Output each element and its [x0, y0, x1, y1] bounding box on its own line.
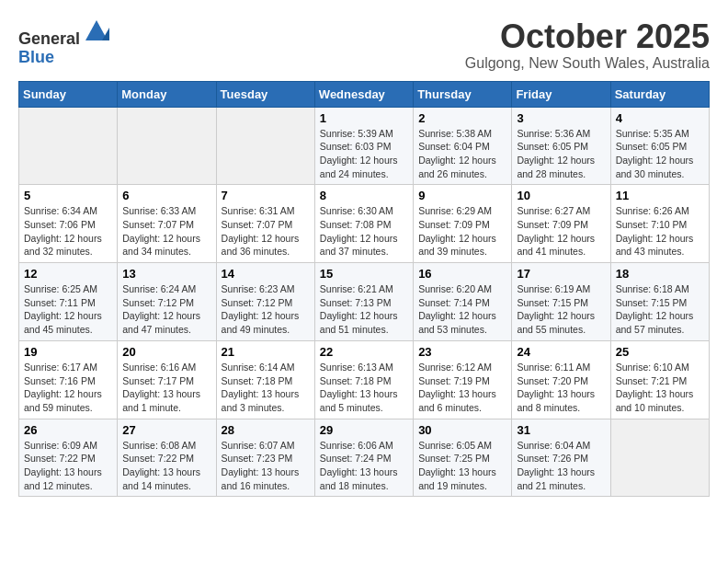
day-number: 3	[517, 111, 605, 125]
weekday-header: Wednesday	[314, 81, 413, 107]
weekday-header: Saturday	[610, 81, 709, 107]
table-row: 20Sunrise: 6:16 AM Sunset: 7:17 PM Dayli…	[118, 340, 216, 419]
day-number: 1	[320, 111, 408, 125]
table-row: 21Sunrise: 6:14 AM Sunset: 7:18 PM Dayli…	[216, 340, 314, 419]
logo: General Blue	[18, 18, 109, 67]
day-info: Sunrise: 6:18 AM Sunset: 7:15 PM Dayligh…	[616, 282, 704, 337]
day-info: Sunrise: 5:39 AM Sunset: 6:03 PM Dayligh…	[320, 127, 408, 181]
day-number: 31	[517, 423, 605, 437]
weekday-header: Monday	[118, 81, 216, 107]
day-number: 23	[418, 345, 506, 359]
day-info: Sunrise: 6:06 AM Sunset: 7:24 PM Dayligh…	[320, 439, 408, 493]
day-info: Sunrise: 5:35 AM Sunset: 6:05 PM Dayligh…	[616, 127, 704, 181]
day-number: 20	[122, 345, 210, 359]
day-number: 5	[24, 189, 112, 202]
day-number: 22	[320, 345, 408, 359]
logo-general: General	[18, 29, 80, 48]
logo-blue: Blue	[18, 49, 109, 67]
day-number: 6	[122, 189, 210, 202]
day-info: Sunrise: 6:12 AM Sunset: 7:19 PM Dayligh…	[418, 361, 506, 415]
month-title: October 2025	[465, 18, 710, 55]
day-number: 27	[122, 423, 210, 437]
day-number: 25	[616, 345, 704, 359]
day-info: Sunrise: 6:07 AM Sunset: 7:23 PM Dayligh…	[222, 439, 310, 493]
table-row: 23Sunrise: 6:12 AM Sunset: 7:19 PM Dayli…	[414, 340, 512, 419]
day-number: 14	[222, 267, 310, 281]
day-info: Sunrise: 6:19 AM Sunset: 7:15 PM Dayligh…	[517, 282, 605, 337]
table-row: 8Sunrise: 6:30 AM Sunset: 7:08 PM Daylig…	[314, 185, 413, 263]
day-number: 13	[122, 267, 210, 281]
table-row: 18Sunrise: 6:18 AM Sunset: 7:15 PM Dayli…	[610, 263, 709, 341]
table-row: 22Sunrise: 6:13 AM Sunset: 7:18 PM Dayli…	[314, 340, 413, 419]
table-row: 1Sunrise: 5:39 AM Sunset: 6:03 PM Daylig…	[314, 107, 413, 185]
calendar-week: 1Sunrise: 5:39 AM Sunset: 6:03 PM Daylig…	[19, 107, 710, 185]
day-number: 9	[418, 189, 506, 202]
day-number: 29	[320, 423, 408, 437]
day-info: Sunrise: 6:11 AM Sunset: 7:20 PM Dayligh…	[517, 361, 605, 415]
table-row: 25Sunrise: 6:10 AM Sunset: 7:21 PM Dayli…	[610, 340, 709, 419]
table-row: 12Sunrise: 6:25 AM Sunset: 7:11 PM Dayli…	[19, 263, 118, 341]
table-row: 3Sunrise: 5:36 AM Sunset: 6:05 PM Daylig…	[512, 107, 610, 185]
day-number: 17	[517, 267, 605, 281]
day-number: 11	[616, 189, 704, 202]
table-row: 31Sunrise: 6:04 AM Sunset: 7:26 PM Dayli…	[512, 419, 610, 497]
day-info: Sunrise: 6:30 AM Sunset: 7:08 PM Dayligh…	[320, 204, 408, 259]
day-info: Sunrise: 6:05 AM Sunset: 7:25 PM Dayligh…	[418, 439, 506, 493]
day-info: Sunrise: 6:14 AM Sunset: 7:18 PM Dayligh…	[222, 361, 310, 415]
day-number: 30	[418, 423, 506, 437]
table-row: 4Sunrise: 5:35 AM Sunset: 6:05 PM Daylig…	[610, 107, 709, 185]
table-row: 9Sunrise: 6:29 AM Sunset: 7:09 PM Daylig…	[414, 185, 512, 263]
day-number: 16	[418, 267, 506, 281]
table-row	[19, 107, 118, 185]
day-info: Sunrise: 6:20 AM Sunset: 7:14 PM Dayligh…	[418, 282, 506, 337]
table-row: 29Sunrise: 6:06 AM Sunset: 7:24 PM Dayli…	[314, 419, 413, 497]
title-block: October 2025 Gulgong, New South Wales, A…	[465, 18, 710, 72]
table-row: 13Sunrise: 6:24 AM Sunset: 7:12 PM Dayli…	[118, 263, 216, 341]
day-info: Sunrise: 6:13 AM Sunset: 7:18 PM Dayligh…	[320, 361, 408, 415]
table-row	[610, 419, 709, 497]
logo-icon	[84, 18, 109, 44]
weekday-header: Friday	[512, 81, 610, 107]
day-number: 8	[320, 189, 408, 202]
day-number: 10	[517, 189, 605, 202]
table-row: 2Sunrise: 5:38 AM Sunset: 6:04 PM Daylig…	[414, 107, 512, 185]
day-info: Sunrise: 6:25 AM Sunset: 7:11 PM Dayligh…	[24, 282, 112, 337]
day-info: Sunrise: 6:26 AM Sunset: 7:10 PM Dayligh…	[616, 204, 704, 259]
day-number: 7	[222, 189, 310, 202]
day-info: Sunrise: 6:27 AM Sunset: 7:09 PM Dayligh…	[517, 204, 605, 259]
table-row: 11Sunrise: 6:26 AM Sunset: 7:10 PM Dayli…	[610, 185, 709, 263]
calendar-week: 26Sunrise: 6:09 AM Sunset: 7:22 PM Dayli…	[19, 419, 710, 497]
day-info: Sunrise: 6:17 AM Sunset: 7:16 PM Dayligh…	[24, 361, 112, 415]
table-row: 24Sunrise: 6:11 AM Sunset: 7:20 PM Dayli…	[512, 340, 610, 419]
table-row: 30Sunrise: 6:05 AM Sunset: 7:25 PM Dayli…	[414, 419, 512, 497]
day-number: 2	[418, 111, 506, 125]
day-number: 28	[222, 423, 310, 437]
day-number: 4	[616, 111, 704, 125]
day-number: 26	[24, 423, 112, 437]
calendar-week: 5Sunrise: 6:34 AM Sunset: 7:06 PM Daylig…	[19, 185, 710, 263]
table-row	[216, 107, 314, 185]
calendar-body: 1Sunrise: 5:39 AM Sunset: 6:03 PM Daylig…	[19, 107, 710, 497]
table-row: 6Sunrise: 6:33 AM Sunset: 7:07 PM Daylig…	[118, 185, 216, 263]
calendar-week: 12Sunrise: 6:25 AM Sunset: 7:11 PM Dayli…	[19, 263, 710, 341]
day-info: Sunrise: 6:34 AM Sunset: 7:06 PM Dayligh…	[24, 204, 112, 259]
day-info: Sunrise: 5:36 AM Sunset: 6:05 PM Dayligh…	[517, 127, 605, 181]
table-row: 19Sunrise: 6:17 AM Sunset: 7:16 PM Dayli…	[19, 340, 118, 419]
table-row: 26Sunrise: 6:09 AM Sunset: 7:22 PM Dayli…	[19, 419, 118, 497]
day-info: Sunrise: 5:38 AM Sunset: 6:04 PM Dayligh…	[418, 127, 506, 181]
table-row: 7Sunrise: 6:31 AM Sunset: 7:07 PM Daylig…	[216, 185, 314, 263]
day-info: Sunrise: 6:29 AM Sunset: 7:09 PM Dayligh…	[418, 204, 506, 259]
day-info: Sunrise: 6:04 AM Sunset: 7:26 PM Dayligh…	[517, 439, 605, 493]
location: Gulgong, New South Wales, Australia	[465, 55, 710, 72]
day-number: 21	[222, 345, 310, 359]
table-row: 15Sunrise: 6:21 AM Sunset: 7:13 PM Dayli…	[314, 263, 413, 341]
day-number: 15	[320, 267, 408, 281]
day-info: Sunrise: 6:24 AM Sunset: 7:12 PM Dayligh…	[122, 282, 210, 337]
day-info: Sunrise: 6:10 AM Sunset: 7:21 PM Dayligh…	[616, 361, 704, 415]
day-info: Sunrise: 6:33 AM Sunset: 7:07 PM Dayligh…	[122, 204, 210, 259]
day-number: 12	[24, 267, 112, 281]
weekday-row: SundayMondayTuesdayWednesdayThursdayFrid…	[19, 81, 710, 107]
day-number: 24	[517, 345, 605, 359]
day-info: Sunrise: 6:31 AM Sunset: 7:07 PM Dayligh…	[222, 204, 310, 259]
calendar-header: SundayMondayTuesdayWednesdayThursdayFrid…	[19, 81, 710, 107]
